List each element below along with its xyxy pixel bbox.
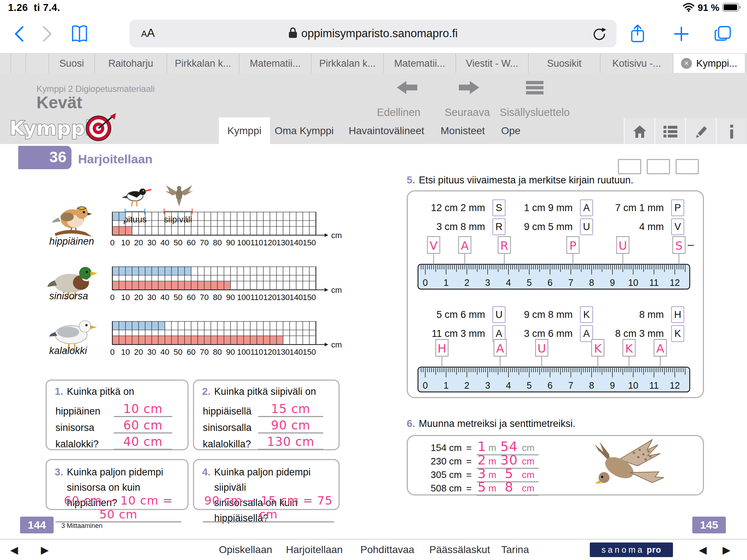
bottom-nav-pohdittavaa[interactable]: Pohdittavaa: [360, 540, 414, 560]
browser-tab[interactable]: Raitoharju: [95, 54, 167, 73]
ruler: 0123456789101112VARPUS–: [413, 236, 709, 291]
letter-box[interactable]: P: [671, 199, 684, 216]
browser-toolbar: AA oppimisymparisto.sanomapro.fi: [0, 15, 747, 53]
ruler-letter-box[interactable]: P: [567, 237, 579, 253]
answer-field[interactable]: 15 cm: [258, 402, 323, 417]
home-button[interactable]: [624, 118, 654, 145]
answer-field[interactable]: 5m8cm: [477, 481, 539, 496]
info-button[interactable]: [716, 118, 746, 145]
letter-box[interactable]: K: [580, 306, 593, 323]
ruler-letter-box[interactable]: S: [673, 237, 685, 253]
svg-text:90: 90: [226, 293, 235, 302]
score-box[interactable]: [618, 159, 641, 174]
length-label: 12 cm 2 mm: [431, 202, 485, 214]
share-button[interactable]: [627, 21, 649, 47]
browser-tab-stub[interactable]: [11, 54, 26, 73]
letter-box[interactable]: S: [492, 199, 506, 216]
svg-text:120: 120: [263, 238, 277, 247]
new-tab-button[interactable]: [670, 21, 692, 47]
tabs-overview-button[interactable]: [712, 21, 734, 47]
browser-tab-stub[interactable]: [0, 54, 11, 73]
tab-close-icon[interactable]: ✕: [681, 58, 692, 69]
previous-label[interactable]: Edellinen: [372, 106, 425, 118]
browser-tab[interactable]: Kotisivu -...: [600, 54, 673, 73]
previous-arrow-icon[interactable]: [397, 80, 418, 96]
answer-field[interactable]: 90 cm: [258, 418, 323, 433]
forward-button[interactable]: [36, 21, 58, 47]
page-prev-button-right[interactable]: ◀: [699, 543, 707, 557]
svg-text:90: 90: [226, 347, 235, 357]
score-box[interactable]: [647, 159, 670, 174]
bird-name-label: sinisorsa: [49, 291, 88, 302]
svg-text:40: 40: [160, 347, 169, 357]
next-label[interactable]: Seuraava: [441, 106, 494, 118]
ruler-letter-box[interactable]: K: [592, 339, 604, 356]
toc-label[interactable]: Sisällysluettelo: [498, 106, 571, 118]
browser-tab[interactable]: Matematii...: [239, 54, 311, 73]
letter-box[interactable]: A: [580, 199, 593, 216]
tab-label: Suosi: [59, 58, 84, 69]
browser-tab[interactable]: Pirkkalan k...: [311, 54, 384, 73]
nav-item-havaintovalineet[interactable]: Havaintovälineet: [349, 117, 424, 144]
ruler-letter-box[interactable]: R: [498, 237, 511, 253]
ruler-letter-box[interactable]: A: [494, 339, 506, 356]
ruler-letter-box[interactable]: H: [436, 339, 448, 356]
address-bar[interactable]: AA oppimisymparisto.sanomapro.fi: [129, 20, 616, 47]
bottom-nav-paassalaskut[interactable]: Päässälaskut: [429, 540, 490, 560]
browser-tab[interactable]: Suosikit: [529, 54, 600, 73]
bookmarks-icon[interactable]: [69, 21, 90, 47]
svg-text:5: 5: [527, 380, 532, 390]
browser-tab[interactable]: Pirkkalan k...: [167, 54, 239, 73]
browser-tab[interactable]: Viestit - W...: [456, 54, 529, 73]
browser-tab[interactable]: ✕Kymppi...: [673, 54, 745, 73]
answer-field[interactable]: 10 cm: [114, 402, 172, 417]
browser-tab-stub[interactable]: [26, 54, 49, 73]
ruler-letter-box[interactable]: U: [617, 237, 629, 253]
table-of-contents-icon[interactable]: [526, 81, 543, 96]
nav-item-oma-kymppi[interactable]: Oma Kymppi: [275, 117, 334, 144]
next-arrow-icon[interactable]: [458, 80, 479, 96]
svg-text:110: 110: [250, 293, 263, 302]
letter-box[interactable]: H: [671, 306, 684, 323]
svg-text:50: 50: [174, 238, 182, 247]
ruler-letter-box[interactable]: V: [427, 237, 440, 253]
index-button[interactable]: [654, 118, 685, 145]
score-box[interactable]: [676, 159, 699, 174]
question-box-1: 1. Kuinka pitkä on hippiäinen10 cmsiniso…: [46, 380, 189, 450]
tab-label: Pirkkalan k...: [175, 58, 231, 69]
answer-field[interactable]: 60 cm: [114, 418, 172, 433]
back-button[interactable]: [8, 21, 30, 47]
nav-item-kymppi[interactable]: Kymppi: [219, 117, 270, 144]
page-prev-button[interactable]: ◀: [10, 543, 18, 557]
ruler-letter-box[interactable]: K: [623, 339, 635, 356]
svg-text:110: 110: [250, 347, 263, 357]
answer-part: 30: [499, 454, 520, 466]
ruler-letter-box[interactable]: A: [458, 237, 471, 253]
answer-field[interactable]: 130 cm: [258, 435, 323, 450]
letter-box[interactable]: R: [492, 218, 506, 235]
row-label: sinisorsalla: [203, 422, 258, 433]
answer-field[interactable]: 40 cm: [114, 435, 172, 450]
reload-button[interactable]: [592, 26, 607, 44]
answer-field[interactable]: 90 cm − 15 cm = 75 cm: [203, 494, 334, 522]
ruler-letter-box[interactable]: U: [535, 339, 548, 356]
bottom-nav-opiskellaan[interactable]: Opiskellaan: [219, 540, 272, 560]
browser-tab[interactable]: Matematii...: [384, 54, 456, 73]
bottom-nav-tarina[interactable]: Tarina: [501, 540, 529, 560]
ruler-letter-box[interactable]: A: [654, 339, 666, 356]
row-label: hippiäisellä: [203, 406, 258, 417]
answer-field[interactable]: 60 cm − 10 cm = 50 cm: [55, 494, 181, 522]
bottom-nav-harjoitellaan[interactable]: Harjoitellaan: [286, 540, 343, 560]
letter-box[interactable]: U: [580, 218, 593, 235]
page-next-button-right[interactable]: ▶: [723, 543, 731, 557]
annotate-button[interactable]: [685, 118, 716, 145]
letter-box[interactable]: V: [671, 218, 684, 235]
browser-tab[interactable]: Suosi: [49, 54, 95, 73]
letter-box[interactable]: U: [492, 306, 506, 323]
page-next-button[interactable]: ▶: [41, 543, 49, 557]
nav-item-monisteet[interactable]: Monisteet: [441, 117, 485, 144]
measurement-cell: 7 cm 1 mmP: [593, 199, 684, 216]
answer-row: hippiäisellä15 cm: [203, 402, 330, 417]
nav-item-ope[interactable]: Ope: [501, 117, 520, 144]
tab-label: Kotisivu -...: [612, 58, 661, 69]
